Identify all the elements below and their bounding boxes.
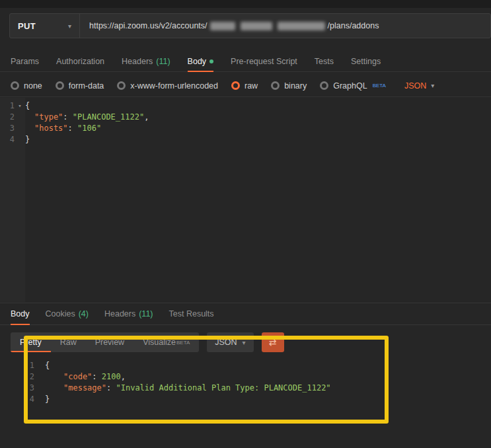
response-tab-cookies[interactable]: Cookies(4) (46, 303, 89, 324)
chevron-down-icon: ▾ (431, 82, 434, 89)
line-number: 4 (0, 134, 15, 145)
line-number: 1 (0, 100, 15, 112)
method-dropdown[interactable]: PUT ▾ (10, 14, 80, 38)
radio-unselected-icon (320, 81, 328, 90)
request-tab-params[interactable]: Params (11, 51, 39, 71)
code-token: : (63, 112, 72, 122)
code-text: } (25, 134, 30, 145)
body-mode-label: none (24, 81, 42, 91)
redacted-url-segment (210, 22, 235, 30)
body-mode-x-www-form-urlencoded[interactable]: x-www-form-urlencoded (117, 81, 218, 91)
code-text: "hosts": "106" (25, 123, 101, 134)
radio-selected-icon (231, 81, 240, 90)
tab-label: Cookies (46, 309, 75, 318)
radio-unselected-icon (117, 81, 126, 90)
tab-count-badge: (4) (79, 309, 89, 318)
method-label: PUT (18, 21, 36, 31)
tab-label: Headers (122, 57, 153, 66)
request-url-bar: PUT ▾ https://api.zoom.us/v2/accounts//p… (9, 13, 491, 38)
body-mode-label: GraphQL (333, 81, 367, 91)
radio-unselected-icon (271, 81, 280, 90)
tab-label: Body (11, 309, 30, 318)
line-number: 2 (0, 112, 15, 123)
response-tab-test-results[interactable]: Test Results (169, 303, 214, 324)
request-format-dropdown[interactable]: JSON ▾ (404, 81, 434, 91)
url-input[interactable]: https://api.zoom.us/v2/accounts//plans/a… (80, 14, 379, 38)
code-token: { (25, 101, 30, 110)
code-token: } (25, 135, 30, 144)
request-tab-settings[interactable]: Settings (351, 51, 381, 71)
code-text: { (25, 100, 30, 112)
code-token: "type" (34, 112, 63, 122)
url-prefix: https://api.zoom.us/v2/accounts/ (89, 21, 208, 30)
response-tabs: BodyCookies(4)Headers(11)Test Results (0, 303, 491, 325)
beta-badge: BETA (373, 83, 386, 89)
request-body-editor[interactable]: 1▾{2"type": "PLANCODE_1122",3"hosts": "1… (0, 98, 491, 302)
redacted-url-segment (241, 22, 272, 30)
fold-caret-icon[interactable]: ▾ (15, 100, 25, 112)
radio-unselected-icon (56, 81, 64, 90)
tab-count-badge: (11) (156, 57, 170, 66)
body-type-row: noneform-datax-www-form-urlencodedrawbin… (0, 75, 491, 97)
body-mode-label: binary (284, 81, 307, 91)
tab-label: Params (11, 57, 39, 66)
body-mode-form-data[interactable]: form-data (56, 81, 104, 91)
tab-label: Tests (315, 57, 334, 66)
request-tab-authorization[interactable]: Authorization (56, 51, 104, 71)
request-tab-pre-request-script[interactable]: Pre-request Script (231, 51, 297, 71)
code-line: 4} (0, 134, 491, 145)
line-number: 3 (0, 123, 15, 134)
code-token: "hosts" (34, 124, 68, 133)
request-tab-body[interactable]: Body (188, 51, 214, 71)
tab-label: Body (188, 57, 207, 66)
url-suffix: /plans/addons (328, 21, 379, 30)
body-mode-binary[interactable]: binary (271, 81, 307, 91)
request-format-label: JSON (404, 81, 426, 91)
response-tab-headers[interactable]: Headers(11) (104, 303, 153, 324)
body-mode-none[interactable]: none (11, 81, 42, 91)
window-top-edge (0, 0, 491, 8)
tab-count-badge: (11) (139, 309, 153, 318)
redacted-url-segment (278, 22, 325, 30)
request-tabs: ParamsAuthorizationHeaders(11)BodyPre-re… (0, 51, 491, 72)
request-tab-tests[interactable]: Tests (315, 51, 334, 71)
annotation-highlight-box (24, 336, 389, 424)
tab-label: Test Results (169, 309, 214, 318)
chevron-down-icon: ▾ (68, 22, 71, 30)
code-token: "106" (77, 124, 101, 133)
code-line: 1▾{ (0, 100, 491, 112)
tab-label: Pre-request Script (231, 57, 297, 66)
body-set-indicator-dot (209, 59, 213, 63)
tab-label: Authorization (56, 57, 104, 66)
code-text: "type": "PLANCODE_1122", (25, 112, 149, 123)
radio-unselected-icon (11, 81, 19, 90)
body-mode-label: form-data (69, 81, 104, 91)
body-mode-raw[interactable]: raw (231, 81, 258, 91)
body-mode-label: raw (245, 81, 258, 91)
tab-label: Headers (104, 309, 135, 318)
body-mode-graphql[interactable]: GraphQLBETA (320, 81, 386, 91)
response-tab-body[interactable]: Body (11, 303, 30, 324)
tab-label: Settings (351, 57, 381, 66)
code-token: "PLANCODE_1122" (73, 112, 144, 122)
request-tab-headers[interactable]: Headers(11) (122, 51, 170, 71)
code-line: 3"hosts": "106" (0, 123, 491, 134)
code-token: : (68, 124, 77, 133)
code-line: 2"type": "PLANCODE_1122", (0, 112, 491, 123)
code-token: , (144, 112, 149, 122)
body-mode-label: x-www-form-urlencoded (130, 81, 218, 91)
